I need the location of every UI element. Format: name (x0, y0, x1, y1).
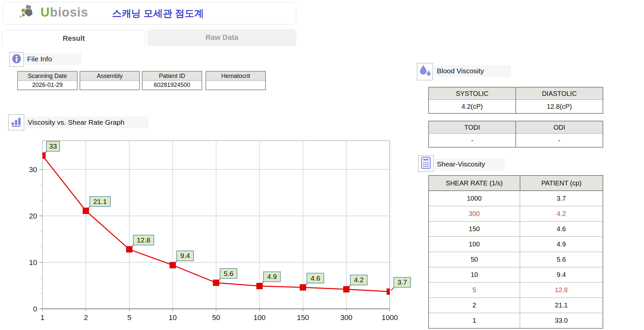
table-row: 1504.6 (429, 222, 603, 237)
table-row: 221.1 (429, 298, 603, 313)
logo-text: Ubiosis (40, 5, 88, 20)
svg-text:4.6: 4.6 (311, 274, 320, 282)
svg-text:9.4: 9.4 (180, 252, 190, 259)
shear-viscosity-body: 10003.73004.21504.61004.9505.6109.4512.8… (429, 191, 603, 328)
shear-rate-cell: 300 (429, 206, 520, 222)
file-info-icon-box (9, 52, 24, 67)
shear-rate-cell: 10 (429, 267, 520, 283)
todi-value: - (429, 134, 516, 148)
patient-cell: 12.8 (520, 283, 603, 298)
logo: Ubiosis (19, 4, 88, 21)
field-label: Hematocrit (206, 71, 265, 81)
patient-cell: 4.2 (520, 206, 603, 222)
page-title: 스캐닝 모세관 점도계 (112, 7, 204, 20)
table-row: 3004.2 (429, 206, 603, 222)
svg-text:4.2: 4.2 (354, 276, 364, 284)
diastolic-value: 12.8(cP) (516, 100, 603, 114)
shear-rate-cell: 1 (429, 313, 520, 329)
file-info-field-hematocrit: Hematocrit (205, 71, 266, 90)
file-info-field-assembly: Assembly (80, 71, 140, 90)
svg-text:5: 5 (127, 313, 131, 322)
table-row: 133.0 (429, 313, 603, 329)
blood-drops-icon (419, 64, 431, 79)
tab-raw-data-label: Raw Data (205, 33, 238, 42)
shear-viscosity-icon-box (418, 155, 434, 172)
blood-viscosity-table: SYSTOLIC DIASTOLIC 4.2(cP) 12.8(cP) (428, 87, 603, 114)
diastolic-header: DIASTOLIC (516, 87, 603, 100)
bar-chart-icon (11, 116, 22, 129)
svg-text:2: 2 (84, 313, 88, 322)
blood-viscosity-section-title: Blood Viscosity (434, 65, 511, 77)
blood-viscosity-icon-box (417, 63, 433, 80)
file-info-section-title: File Info (25, 53, 82, 65)
shear-rate-cell: 1000 (429, 191, 520, 206)
svg-text:4.9: 4.9 (267, 273, 277, 280)
graph-icon-box (8, 114, 24, 130)
shear-viscosity-section-title: Shear-Viscosity (434, 158, 504, 170)
svg-text:50: 50 (212, 313, 220, 322)
field-value: 60281924500 (142, 81, 202, 90)
file-info-field-scanning-date: Scanning Date 2026-01-29 (17, 71, 78, 90)
calculator-icon (421, 157, 431, 170)
shear-rate-cell: 100 (429, 237, 520, 252)
shear-rate-cell: 2 (429, 298, 520, 313)
patient-header: PATIENT (cp) (520, 175, 603, 191)
patient-cell: 4.9 (520, 237, 603, 252)
shear-rate-cell: 150 (429, 222, 520, 237)
table-row: 1004.9 (429, 237, 603, 252)
shear-rate-cell: 50 (429, 252, 520, 267)
table-row: 109.4 (429, 267, 603, 283)
ubiosis-logo-icon (19, 4, 38, 21)
svg-text:0: 0 (33, 305, 37, 313)
table-row: 512.8 (429, 283, 603, 298)
svg-text:5.6: 5.6 (224, 270, 233, 277)
tab-raw-data[interactable]: Raw Data (147, 29, 296, 46)
graph-section-title: Viscosity vs. Shear Rate Graph (25, 116, 148, 128)
odi-value: - (516, 134, 603, 148)
svg-text:300: 300 (340, 313, 353, 322)
svg-text:1: 1 (40, 313, 44, 322)
patient-cell: 33.0 (520, 313, 603, 329)
field-label: Patient ID (142, 71, 202, 81)
svg-text:100: 100 (254, 313, 266, 322)
logo-accent-letter: U (40, 5, 50, 19)
systolic-value: 4.2(cP) (429, 100, 516, 114)
table-row: 505.6 (429, 252, 603, 267)
field-value (80, 81, 140, 90)
svg-text:150: 150 (297, 313, 309, 322)
svg-text:10: 10 (29, 258, 37, 267)
file-info-field-patient-id: Patient ID 60281924500 (142, 71, 202, 90)
svg-text:33: 33 (49, 142, 57, 150)
shear-viscosity-table: SHEAR RATE (1/s) PATIENT (cp) 10003.7300… (428, 175, 603, 329)
todi-header: TODI (429, 121, 516, 134)
svg-text:12.8: 12.8 (137, 236, 150, 244)
info-icon (11, 53, 22, 65)
systolic-header: SYSTOLIC (429, 87, 516, 100)
shear-rate-header: SHEAR RATE (1/s) (429, 175, 520, 191)
field-label: Assembly (80, 71, 140, 81)
tab-result[interactable]: Result (2, 30, 146, 46)
svg-text:10: 10 (169, 313, 177, 322)
patient-cell: 5.6 (520, 252, 603, 267)
patient-cell: 21.1 (520, 298, 603, 313)
field-value (206, 81, 265, 90)
odi-header: ODI (516, 121, 603, 134)
svg-text:20: 20 (29, 212, 37, 220)
field-value: 2026-01-29 (18, 81, 77, 90)
patient-cell: 3.7 (520, 191, 603, 206)
tab-result-label: Result (63, 34, 85, 43)
svg-text:21.1: 21.1 (93, 198, 107, 205)
svg-text:3.7: 3.7 (397, 278, 407, 286)
svg-text:1000: 1000 (382, 313, 398, 322)
patient-cell: 9.4 (520, 267, 603, 283)
logo-rest: biosis (50, 5, 88, 19)
field-label: Scanning Date (18, 71, 77, 81)
todi-odi-table: TODI ODI - - (428, 121, 603, 148)
app-window: Ubiosis 스캐닝 모세관 점도계 Result Raw Data File… (0, 0, 644, 330)
shear-rate-cell: 5 (429, 283, 520, 298)
patient-cell: 4.6 (520, 222, 603, 237)
svg-text:30: 30 (29, 165, 37, 174)
viscosity-chart: 0102030125105010015030010003321.112.89.4… (20, 140, 414, 330)
table-row: 10003.7 (429, 191, 603, 206)
